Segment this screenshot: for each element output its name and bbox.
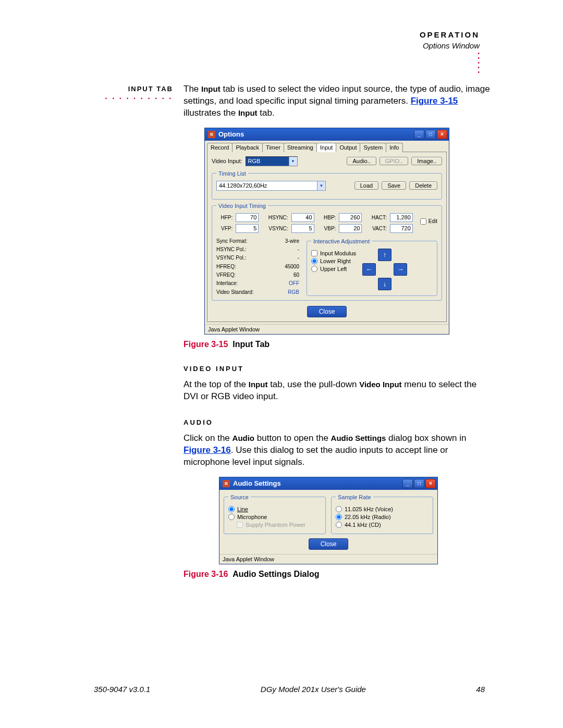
- audio-heading: AUDIO: [183, 418, 491, 426]
- tab-timer[interactable]: Timer: [262, 143, 284, 152]
- audio-paragraph: Click on the Audio button to open the Au…: [183, 433, 491, 468]
- input-tab-label: INPUT TAB • • • • • • • • • •: [105, 84, 173, 102]
- close-button[interactable]: Close: [307, 306, 347, 317]
- tab-input[interactable]: Input: [316, 143, 336, 152]
- chevron-down-icon: ▼: [317, 181, 325, 190]
- options-tabs: Record Playback Timer Streaming Input Ou…: [205, 141, 449, 152]
- decor-dots: •••••: [420, 51, 480, 75]
- app-icon: ⌗: [223, 480, 230, 487]
- section-name: Options Window: [420, 41, 480, 50]
- tab-info[interactable]: Info: [386, 143, 402, 152]
- arrow-right-button[interactable]: →: [394, 263, 407, 276]
- vfp-input[interactable]: [236, 224, 259, 233]
- audio-titlebar: ⌗ Audio Settings _ □ ×: [219, 477, 437, 490]
- phantom-checkbox: Supply Phantom Power: [237, 522, 321, 528]
- microphone-radio[interactable]: Microphone: [228, 514, 321, 520]
- chapter-name: OPERATION: [420, 30, 480, 39]
- hact-input[interactable]: [390, 213, 413, 222]
- timing-list-group: Timing List 44.1280x720,60Hz ▼ Load Save…: [212, 170, 442, 200]
- minimize-button[interactable]: _: [402, 479, 413, 488]
- arrow-left-button[interactable]: ←: [362, 263, 376, 276]
- load-button[interactable]: Load: [354, 181, 378, 190]
- maximize-button[interactable]: □: [425, 130, 436, 139]
- save-button[interactable]: Save: [382, 181, 406, 190]
- chevron-down-icon: ▼: [289, 157, 297, 166]
- arrow-up-button[interactable]: ↑: [378, 249, 391, 261]
- source-group: Source Line Microphone Supply Phantom Po…: [224, 494, 326, 534]
- hsync-input[interactable]: [291, 213, 314, 222]
- video-input-heading: VIDEO INPUT: [183, 365, 491, 373]
- app-icon: ⌗: [208, 131, 215, 138]
- input-modulus-checkbox[interactable]: Input Modulus: [311, 250, 356, 256]
- video-input-label: Video Input:: [212, 158, 242, 164]
- status-bar: Java Applet Window: [219, 554, 437, 564]
- lower-right-radio[interactable]: Lower Right: [311, 258, 356, 264]
- audio-title: Audio Settings: [233, 479, 281, 487]
- input-tab-paragraph: INPUT TAB • • • • • • • • • • The Input …: [183, 83, 491, 119]
- video-input-select[interactable]: RGB ▼: [246, 156, 298, 166]
- arrow-down-button[interactable]: ↓: [378, 278, 391, 290]
- maximize-button[interactable]: □: [414, 479, 424, 488]
- timing-select[interactable]: 44.1280x720,60Hz ▼: [216, 181, 326, 191]
- gpio-button: GPIO..: [380, 157, 409, 165]
- options-titlebar: ⌗ Options _ □ ×: [205, 128, 449, 141]
- status-bar: Java Applet Window: [205, 324, 449, 334]
- line-radio[interactable]: Line: [228, 506, 321, 512]
- tab-playback[interactable]: Playback: [232, 143, 263, 152]
- footer-left: 350-9047 v3.0.1: [94, 685, 150, 694]
- video-input-timing-group: Video Input Timing HFP: HSYNC: HBP: HACT…: [212, 203, 442, 301]
- page-header: OPERATION Options Window •••••: [420, 30, 480, 75]
- vsync-input[interactable]: [291, 224, 314, 233]
- options-dialog: ⌗ Options _ □ × Record Playback Timer St…: [204, 128, 449, 335]
- tab-record[interactable]: Record: [207, 143, 232, 152]
- figure-3-16-caption: Figure 3-16 Audio Settings Dialog: [183, 570, 491, 579]
- audio-button[interactable]: Audio..: [347, 157, 376, 165]
- audio-settings-dialog: ⌗ Audio Settings _ □ × Source Line Micro…: [219, 477, 438, 564]
- figure-3-15-link[interactable]: Figure 3-15: [411, 96, 458, 106]
- close-button[interactable]: Close: [309, 538, 349, 550]
- rate-44100-radio[interactable]: 44.1 kHz (CD): [336, 522, 429, 528]
- hbp-input[interactable]: [339, 213, 362, 222]
- tab-streaming[interactable]: Streaming: [284, 143, 317, 152]
- video-input-paragraph: At the top of the Input tab, use the pul…: [183, 379, 491, 403]
- hfp-input[interactable]: [236, 213, 259, 222]
- figure-3-15-caption: Figure 3-15 Input Tab: [183, 340, 491, 349]
- upper-left-radio[interactable]: Upper Left: [311, 266, 356, 272]
- minimize-button[interactable]: _: [414, 130, 424, 139]
- tab-output[interactable]: Output: [336, 143, 360, 152]
- close-window-button[interactable]: ×: [425, 479, 436, 488]
- footer-page-number: 48: [476, 685, 485, 694]
- edit-checkbox[interactable]: Edit: [420, 218, 437, 225]
- page-footer: 350-9047 v3.0.1 DGy Model 201x User's Gu…: [0, 685, 563, 694]
- sample-rate-group: Sample Rate 11.025 kHz (Voice) 22.05 kHz…: [331, 494, 433, 534]
- rate-22050-radio[interactable]: 22.05 kHz (Radio): [336, 514, 429, 520]
- figure-3-16-link[interactable]: Figure 3-16: [183, 445, 231, 455]
- close-window-button[interactable]: ×: [437, 130, 447, 139]
- interactive-adjustment-group: Interactive Adjustment Input Modulus Low…: [307, 238, 437, 296]
- rate-11025-radio[interactable]: 11.025 kHz (Voice): [336, 506, 429, 512]
- options-title: Options: [218, 130, 244, 138]
- timing-info: Sync Format:3-wire HSYNC Pol.:- VSYNC Po…: [216, 238, 299, 296]
- vbp-input[interactable]: [339, 224, 362, 233]
- vact-input[interactable]: [390, 224, 413, 233]
- delete-button[interactable]: Delete: [409, 181, 437, 190]
- footer-center: DGy Model 201x User's Guide: [261, 685, 366, 694]
- tab-system[interactable]: System: [360, 143, 386, 152]
- image-button[interactable]: Image..: [411, 157, 442, 165]
